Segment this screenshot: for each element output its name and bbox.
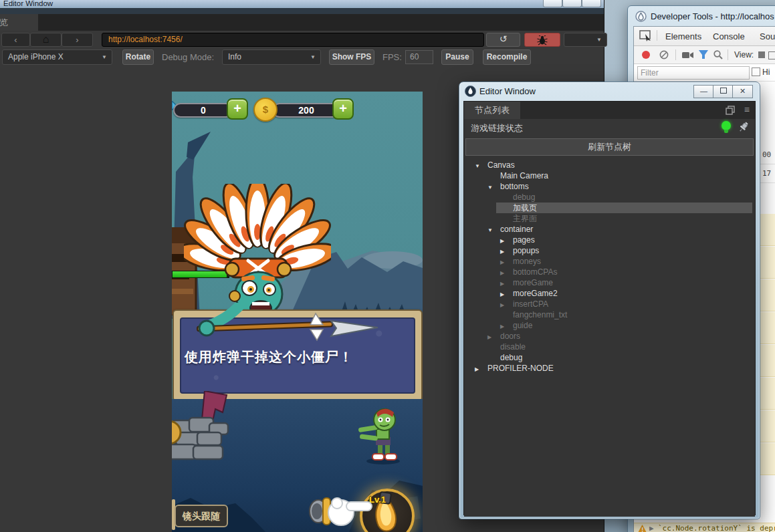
view-label: View: — [734, 50, 754, 59]
gem-counter: 0 — [173, 103, 233, 118]
add-gems-button[interactable]: + — [227, 98, 248, 120]
preview-window-title: Editor Window — [3, 0, 53, 7]
hide-checkbox[interactable] — [752, 68, 760, 76]
tree-node-insertCPA[interactable]: ▶insertCPA — [464, 299, 755, 309]
tree-node-加载页[interactable]: 加载页 — [464, 203, 755, 213]
tree-node-popups[interactable]: ▶popups — [464, 245, 755, 256]
tab-preview[interactable]: 预览 — [0, 14, 38, 31]
tree-arrow-icon[interactable]: ▶ — [500, 300, 513, 311]
show-fps-button[interactable]: Show FPS — [329, 49, 374, 65]
tree-node-debug[interactable]: debug — [464, 352, 755, 363]
close-button[interactable]: ✕ — [732, 85, 753, 98]
tree-node-doors[interactable]: ▶doors — [464, 331, 755, 342]
tree-arrow-icon[interactable]: ▼ — [487, 182, 500, 193]
tree-node-label: bottomCPAs — [513, 267, 557, 277]
popout-icon[interactable] — [726, 106, 735, 115]
tree-arrow-icon[interactable]: ▶ — [500, 257, 513, 268]
tree-node-label: moreGame2 — [513, 289, 558, 298]
add-coins-button[interactable]: + — [332, 98, 354, 120]
camera-follow-button[interactable]: 镜头跟随 — [175, 505, 228, 527]
forward-button[interactable]: › — [62, 33, 93, 47]
tree-node-label: fangchenmi_txt — [513, 310, 567, 319]
view-mode-icon[interactable] — [768, 51, 775, 59]
tree-arrow-icon[interactable]: ▼ — [475, 161, 487, 172]
tree-arrow-icon[interactable]: ▼ — [487, 225, 500, 236]
fps-input[interactable]: 60 — [405, 50, 433, 64]
tree-node-label: doors — [500, 331, 520, 341]
filter-input[interactable] — [637, 66, 750, 80]
search-icon[interactable] — [713, 50, 723, 59]
tree-node-pages[interactable]: ▶pages — [464, 235, 755, 245]
tree-node-moreGame[interactable]: ▶moreGame — [464, 277, 755, 288]
inspect-element-icon[interactable] — [639, 30, 653, 41]
debug-mode-select[interactable]: Info ▼ — [222, 49, 321, 65]
url-bar[interactable]: http://localhost:7456/ — [102, 33, 484, 47]
tree-arrow-icon[interactable]: ▶ — [487, 332, 500, 343]
pin-icon[interactable] — [738, 121, 750, 133]
tree-node-fangchenmi_txt[interactable]: fangchenmi_txt — [464, 309, 755, 320]
home-button[interactable]: ⌂ — [30, 33, 62, 47]
tree-node-Canvas[interactable]: ▼Canvas — [464, 160, 755, 170]
back-button[interactable]: ‹ — [1, 33, 30, 47]
pointing-hand-icon — [309, 487, 373, 532]
plus-icon: + — [339, 101, 347, 116]
clear-console-icon[interactable] — [659, 50, 669, 59]
preview-window-titlebar[interactable]: Editor Window — [0, 0, 604, 8]
tree-node-label: guide — [513, 321, 532, 330]
tree-node-bottoms[interactable]: ▼bottoms — [464, 181, 755, 192]
tree-arrow-icon[interactable]: ▶ — [500, 268, 513, 279]
more-dropdown[interactable]: ▼ — [564, 33, 607, 47]
hide-checkbox-label: Hi — [762, 68, 770, 77]
maximize-button[interactable] — [713, 85, 734, 98]
tree-node-debug[interactable]: debug — [464, 192, 755, 203]
menu-icon[interactable]: ≡ — [744, 104, 750, 115]
tree-node-container[interactable]: ▼container — [464, 224, 755, 235]
game-canvas[interactable]: 使用炸弹干掉这个小僵尸！ — [172, 92, 423, 532]
tree-node-bottomCPAs[interactable]: ▶bottomCPAs — [464, 267, 755, 277]
tab-sources[interactable]: Sou — [760, 31, 775, 41]
minimize-button[interactable]: — — [693, 85, 714, 98]
expand-arrow-icon[interactable]: ▶ — [649, 524, 654, 532]
console-warning[interactable]: ▶ `cc.Node.rotationY` is depr — [634, 523, 775, 532]
tree-node-label: insertCPA — [513, 299, 548, 309]
tab-console[interactable]: Console — [713, 31, 745, 41]
tree-arrow-icon[interactable]: ▶ — [475, 364, 487, 375]
fps-label: FPS: — [382, 52, 402, 62]
tree-node-disable[interactable]: disable — [464, 342, 755, 352]
tab-elements[interactable]: Elements — [665, 31, 701, 41]
tree-node-Main Camera[interactable]: Main Camera — [464, 170, 755, 181]
record-icon[interactable] — [642, 51, 650, 59]
minimize-button[interactable] — [543, 0, 562, 7]
view-mode-icon[interactable] — [758, 51, 765, 58]
maximize-button[interactable] — [562, 0, 582, 7]
tree-arrow-icon[interactable]: ▶ — [500, 289, 513, 300]
recompile-button[interactable]: Recompile — [483, 49, 531, 65]
device-select[interactable]: Apple iPhone X ▼ — [2, 49, 112, 65]
plus-icon: + — [233, 101, 241, 116]
tree-node-guide[interactable]: ▶guide — [464, 320, 755, 331]
tree-node-label: Main Camera — [500, 171, 548, 180]
tree-arrow-icon[interactable]: ▶ — [500, 236, 513, 247]
tree-node-moneys[interactable]: ▶moneys — [464, 256, 755, 267]
tree-node-PROFILER-NODE[interactable]: ▶PROFILER-NODE — [464, 363, 755, 374]
tree-arrow-icon[interactable]: ▶ — [500, 247, 513, 257]
reload-button[interactable]: ↺ — [486, 33, 520, 47]
tree-arrow-icon[interactable]: ▶ — [500, 279, 513, 289]
debug-button[interactable] — [524, 33, 560, 47]
tab-node-list[interactable]: 节点列表 — [464, 102, 520, 119]
devtools-window-icon — [635, 11, 647, 22]
refresh-node-tree-button[interactable]: 刷新节点树 — [465, 138, 754, 156]
pause-button[interactable]: Pause — [441, 49, 473, 65]
camera-icon[interactable] — [682, 51, 693, 59]
close-button[interactable] — [582, 0, 601, 7]
rotate-button[interactable]: Rotate — [122, 49, 154, 65]
editor-panel-icon — [465, 86, 476, 97]
filter-funnel-icon[interactable] — [699, 50, 708, 59]
zombie-arm-spear — [179, 303, 393, 351]
tree-node-主界面[interactable]: 主界面 — [464, 213, 755, 224]
tree-node-moreGame2[interactable]: ▶moreGame2 — [464, 288, 755, 299]
tree-arrow-icon[interactable]: ▶ — [500, 321, 513, 332]
stone-tower — [172, 391, 237, 463]
devtools-window-title: Developer Tools - http://localhos — [651, 11, 774, 21]
tree-node-label: popups — [513, 246, 539, 255]
